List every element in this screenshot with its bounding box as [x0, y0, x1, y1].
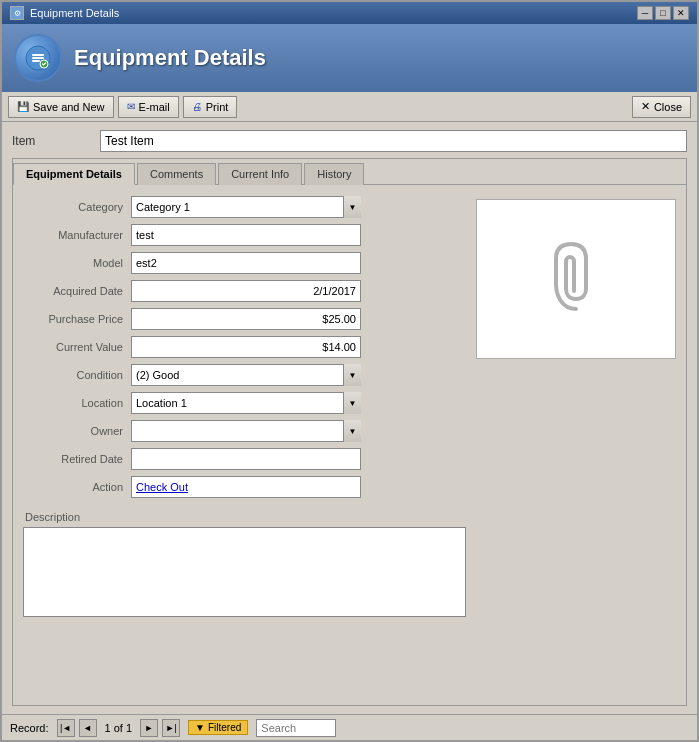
record-label: Record:: [10, 722, 49, 734]
manufacturer-label: Manufacturer: [23, 229, 123, 241]
filtered-label: Filtered: [208, 722, 241, 733]
filtered-badge: ▼ Filtered: [188, 720, 248, 735]
manufacturer-row: Manufacturer: [23, 223, 466, 247]
print-button[interactable]: 🖨 Print: [183, 96, 238, 118]
action-link[interactable]: Check Out: [136, 481, 188, 493]
toolbar: 💾 Save and New ✉ E-mail 🖨 Print ✕ Close: [2, 92, 697, 122]
description-label: Description: [25, 511, 466, 523]
tab-equipment-details[interactable]: Equipment Details: [13, 163, 135, 185]
svg-rect-3: [32, 60, 40, 62]
model-input[interactable]: [131, 252, 361, 274]
save-icon: 💾: [17, 101, 29, 112]
next-record-button[interactable]: ►: [140, 719, 158, 737]
condition-row: Condition (1) Excellent (2) Good (3) Fai…: [23, 363, 466, 387]
first-record-button[interactable]: |◄: [57, 719, 75, 737]
minimize-button[interactable]: ─: [637, 6, 653, 20]
action-row: Action Check Out: [23, 475, 466, 499]
header-icon: [14, 34, 62, 82]
close-icon: ✕: [641, 100, 650, 113]
condition-select[interactable]: (1) Excellent (2) Good (3) Fair (4) Poor: [131, 364, 361, 386]
current-value-row: Current Value: [23, 335, 466, 359]
location-label: Location: [23, 397, 123, 409]
location-select[interactable]: Location 1 Location 2: [131, 392, 361, 414]
restore-button[interactable]: □: [655, 6, 671, 20]
category-row: Category Category 1 Category 2 ▼: [23, 195, 466, 219]
header-bar: Equipment Details: [2, 24, 697, 92]
action-input-container: Check Out: [131, 476, 361, 498]
acquired-date-input[interactable]: [131, 280, 361, 302]
current-value-input[interactable]: [131, 336, 361, 358]
category-select-wrapper: Category 1 Category 2 ▼: [131, 196, 361, 218]
tab-bar: Equipment Details Comments Current Info …: [13, 159, 686, 185]
tab-container: Equipment Details Comments Current Info …: [12, 158, 687, 706]
image-placeholder[interactable]: [476, 199, 676, 359]
category-label: Category: [23, 201, 123, 213]
model-label: Model: [23, 257, 123, 269]
email-icon: ✉: [127, 101, 135, 112]
window-icon: ⚙: [10, 6, 24, 20]
prev-record-button[interactable]: ◄: [79, 719, 97, 737]
acquired-date-label: Acquired Date: [23, 285, 123, 297]
tab-history[interactable]: History: [304, 163, 364, 185]
purchase-price-row: Purchase Price: [23, 307, 466, 331]
main-window: ⚙ Equipment Details ─ □ ✕ Equipment Deta…: [0, 0, 699, 742]
owner-select-wrapper: ▼: [131, 420, 361, 442]
retired-date-row: Retired Date: [23, 447, 466, 471]
owner-row: Owner ▼: [23, 419, 466, 443]
item-label: Item: [12, 134, 92, 148]
owner-label: Owner: [23, 425, 123, 437]
location-row: Location Location 1 Location 2 ▼: [23, 391, 466, 415]
title-bar: ⚙ Equipment Details ─ □ ✕: [2, 2, 697, 24]
location-select-wrapper: Location 1 Location 2 ▼: [131, 392, 361, 414]
title-bar-left: ⚙ Equipment Details: [10, 6, 119, 20]
condition-label: Condition: [23, 369, 123, 381]
title-bar-controls: ─ □ ✕: [637, 6, 689, 20]
window-title: Equipment Details: [30, 7, 119, 19]
email-button[interactable]: ✉ E-mail: [118, 96, 179, 118]
item-input[interactable]: [100, 130, 687, 152]
header-title: Equipment Details: [74, 45, 266, 71]
status-bar: Record: |◄ ◄ 1 of 1 ► ►| ▼ Filtered: [2, 714, 697, 740]
form-section: Category Category 1 Category 2 ▼ Manufac…: [23, 195, 466, 695]
manufacturer-input[interactable]: [131, 224, 361, 246]
close-button[interactable]: ✕ Close: [632, 96, 691, 118]
record-nav: |◄ ◄ 1 of 1 ► ►|: [57, 719, 181, 737]
save-and-new-button[interactable]: 💾 Save and New: [8, 96, 114, 118]
retired-date-label: Retired Date: [23, 453, 123, 465]
close-title-button[interactable]: ✕: [673, 6, 689, 20]
purchase-price-label: Purchase Price: [23, 313, 123, 325]
item-row: Item: [12, 130, 687, 152]
condition-select-wrapper: (1) Excellent (2) Good (3) Fair (4) Poor…: [131, 364, 361, 386]
tab-content: Category Category 1 Category 2 ▼ Manufac…: [13, 185, 686, 705]
action-label: Action: [23, 481, 123, 493]
search-input[interactable]: [256, 719, 336, 737]
filter-icon: ▼: [195, 722, 205, 733]
tab-comments[interactable]: Comments: [137, 163, 216, 185]
current-value-label: Current Value: [23, 341, 123, 353]
model-row: Model: [23, 251, 466, 275]
paperclip-icon: [551, 239, 601, 319]
acquired-date-row: Acquired Date: [23, 279, 466, 303]
owner-select[interactable]: [131, 420, 361, 442]
category-select[interactable]: Category 1 Category 2: [131, 196, 361, 218]
svg-rect-2: [32, 57, 44, 59]
current-record-text: 1 of 1: [105, 722, 133, 734]
purchase-price-input[interactable]: [131, 308, 361, 330]
retired-date-input[interactable]: [131, 448, 361, 470]
description-textarea[interactable]: [23, 527, 466, 617]
description-section: Description: [23, 511, 466, 617]
svg-rect-1: [32, 54, 44, 56]
last-record-button[interactable]: ►|: [162, 719, 180, 737]
tab-current-info[interactable]: Current Info: [218, 163, 302, 185]
content-area: Item Equipment Details Comments Current …: [2, 122, 697, 714]
print-icon: 🖨: [192, 101, 202, 112]
